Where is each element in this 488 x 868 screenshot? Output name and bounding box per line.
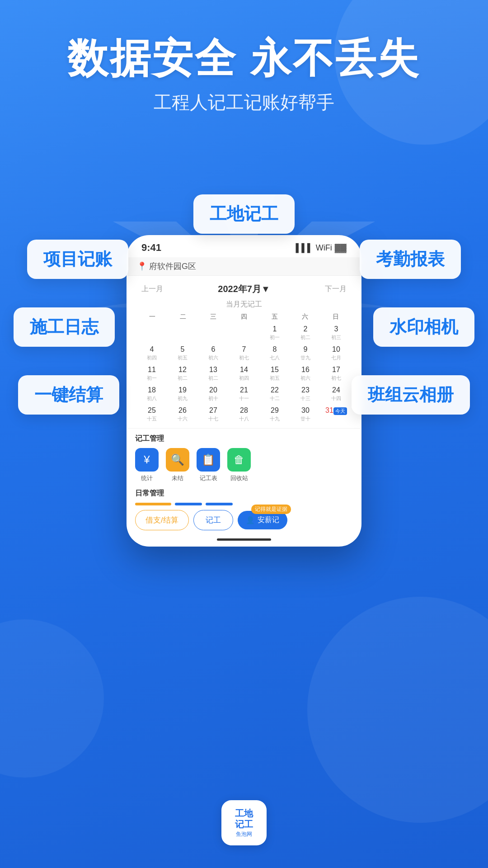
statistics-label: 统计 — [141, 474, 153, 482]
bar-blue2 — [206, 503, 233, 505]
record-table-icon: 📋 — [197, 448, 220, 472]
daily-label: 日常管理 — [135, 489, 353, 498]
tool-recycle[interactable]: 🗑 回收站 — [227, 448, 251, 482]
signal-icon: ▌▌▌ — [296, 243, 313, 253]
tool-record-table[interactable]: 📋 记工表 — [197, 448, 220, 482]
tool-statistics[interactable]: ¥ 统计 — [135, 448, 159, 482]
battery-icon: ▓▓ — [335, 243, 347, 253]
badge-right-top[interactable]: 考勤报表 — [360, 240, 461, 279]
recycle-icon: 🗑 — [227, 448, 251, 472]
bar-blue — [175, 503, 202, 505]
next-month-btn[interactable]: 下一月 — [325, 284, 347, 294]
phone-toolbar: 记工管理 ¥ 统计 🔍 未结 📋 记工表 🗑 回收站 — [128, 428, 360, 534]
pending-icon: 🔍 — [166, 448, 189, 472]
bottom-buttons: 借支/结算 记工 记得就是证据 👤 安薪记 — [135, 510, 353, 530]
badge-left-bottom[interactable]: 一键结算 — [18, 375, 119, 415]
bar-orange — [135, 503, 171, 505]
daily-section: 日常管理 借支/结算 记工 记得就是证据 👤 安薪记 — [135, 489, 353, 530]
record-table-label: 记工表 — [200, 474, 217, 482]
home-indicator-bar — [128, 534, 360, 545]
calendar-grid: 1初一 2初二 3初三 4初四 5初五 6初六 7初七 8七八 9廿九 10七月… — [137, 323, 351, 424]
badge-left-middle[interactable]: 施工日志 — [14, 307, 115, 347]
anxin-badge: 记得就是证据 — [251, 505, 291, 514]
recycle-label: 回收站 — [230, 474, 248, 482]
header-section: 数据安全 永不丢失 工程人记工记账好帮手 — [0, 36, 488, 115]
badge-right-middle[interactable]: 水印相机 — [373, 307, 474, 347]
logo-text-main: 工地 记工 — [235, 808, 253, 830]
calendar-section: 上一月 2022年7月▼ 下一月 当月无记工 一 二 三 四 五 六 日 — [128, 276, 360, 428]
btn-jigong[interactable]: 记工 — [193, 510, 233, 530]
logo-box: 工地 记工 鱼泡网 — [221, 800, 267, 845]
status-icons: ▌▌▌ WiFi ▓▓ — [296, 243, 347, 253]
calendar-weekdays: 一 二 三 四 五 六 日 — [137, 311, 351, 323]
wifi-icon: WiFi — [316, 243, 332, 253]
location-bar: 📍 府软件园G区 — [128, 257, 360, 276]
prev-month-btn[interactable]: 上一月 — [141, 284, 163, 294]
main-title: 数据安全 永不丢失 — [0, 36, 488, 81]
home-bar — [217, 538, 271, 541]
calendar-month-title: 2022年7月▼ — [218, 283, 270, 295]
btn-anxin[interactable]: 记得就是证据 👤 安薪记 — [238, 511, 287, 529]
user-icon: 👤 — [246, 516, 255, 524]
badge-left-top[interactable]: 项目记账 — [27, 240, 128, 279]
bg-circle-left — [0, 619, 104, 778]
btn-jiezhi[interactable]: 借支/结算 — [135, 510, 189, 530]
calendar-nav: 上一月 2022年7月▼ 下一月 — [137, 280, 351, 298]
phone-mockup: 9:41 ▌▌▌ WiFi ▓▓ 📍 府软件园G区 上一月 2022年7月▼ 下… — [127, 235, 361, 547]
calendar-no-record: 当月无记工 — [137, 298, 351, 311]
tool-pending[interactable]: 🔍 未结 — [166, 448, 189, 482]
logo-text-sub: 鱼泡网 — [236, 830, 252, 838]
phone-status-bar: 9:41 ▌▌▌ WiFi ▓▓ — [128, 236, 360, 257]
management-label: 记工管理 — [135, 434, 353, 443]
phone-container: 9:41 ▌▌▌ WiFi ▓▓ 📍 府软件园G区 上一月 2022年7月▼ 下… — [127, 235, 361, 547]
status-time: 9:41 — [141, 242, 161, 254]
badge-top-center[interactable]: 工地记工 — [193, 194, 295, 234]
statistics-icon: ¥ — [135, 448, 159, 472]
badge-right-bottom[interactable]: 班组云相册 — [352, 375, 470, 415]
location-text: 府软件园G区 — [149, 262, 196, 271]
toolbar-icons: ¥ 统计 🔍 未结 📋 记工表 🗑 回收站 — [135, 448, 353, 482]
bottom-logo: 工地 记工 鱼泡网 — [221, 800, 267, 845]
bg-circle-bottom — [307, 597, 488, 823]
pending-label: 未结 — [172, 474, 183, 482]
sub-title: 工程人记工记账好帮手 — [0, 90, 488, 115]
location-icon: 📍 — [137, 262, 147, 271]
